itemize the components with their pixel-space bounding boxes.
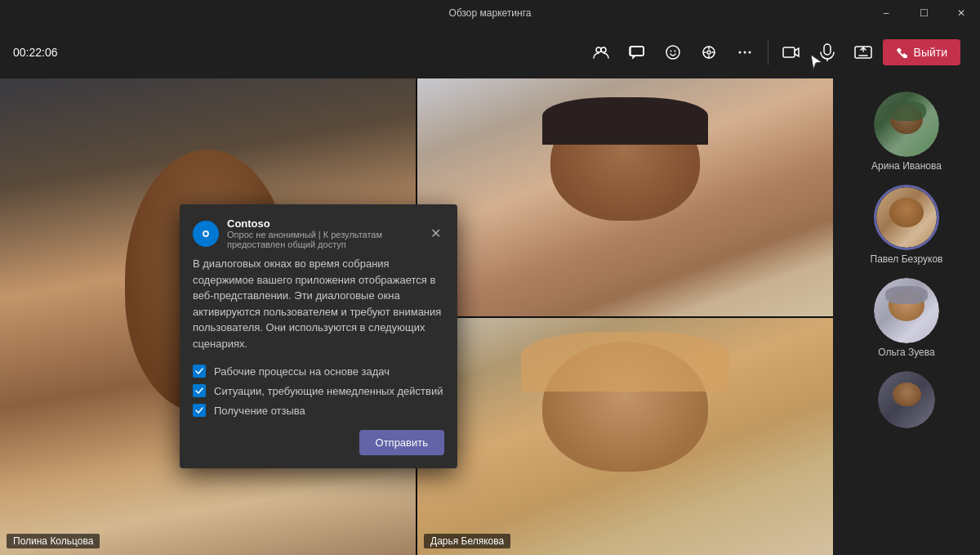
checkbox-label-1: Рабочие процессы на основе задач <box>214 365 390 378</box>
sidebar: Арина Иванова Павел Безруков Ольга Зуева <box>833 78 980 555</box>
toolbar: 00:22:06 <box>0 26 980 78</box>
dialog-app-name: Contoso <box>227 217 427 230</box>
dialog-header: Contoso Опрос не анонимный | К результат… <box>193 217 444 249</box>
participants-button[interactable] <box>585 36 617 69</box>
phone-icon <box>896 47 907 58</box>
dialog-subtitle: Опрос не анонимный | К результатам предо… <box>227 230 427 249</box>
darya-label: Дарья Белякова <box>424 534 510 548</box>
close-button[interactable]: ✕ <box>942 0 980 26</box>
svg-point-4 <box>670 51 671 52</box>
dialog-modal: Contoso Опрос не анонимный | К результат… <box>180 204 457 468</box>
reactions-icon <box>665 44 681 60</box>
svg-rect-2 <box>630 47 644 56</box>
toolbar-separator <box>768 39 768 65</box>
window-controls: – ☐ ✕ <box>867 0 980 26</box>
minimize-button[interactable]: – <box>867 0 905 26</box>
video-tile-darya: Дарья Белякова <box>417 318 833 556</box>
pavel-name: Павел Безруков <box>871 253 943 265</box>
more-button[interactable] <box>728 36 761 69</box>
leave-button[interactable]: Выйти <box>883 39 960 65</box>
svg-point-10 <box>748 51 751 54</box>
toolbar-actions: Выйти <box>585 36 960 69</box>
leave-label: Выйти <box>914 46 947 59</box>
checkbox-icon-1 <box>193 365 206 378</box>
share-screen-icon <box>854 44 872 60</box>
checkbox-label-2: Ситуации, требующие немедленных действий <box>214 385 443 397</box>
svg-rect-12 <box>824 44 831 55</box>
camera-button[interactable] <box>775 36 808 69</box>
share-screen-button[interactable] <box>847 36 880 69</box>
dialog-checkbox-list: Рабочие процессы на основе задач Ситуаци… <box>193 365 444 417</box>
pavel-avatar-container <box>874 185 939 250</box>
call-timer: 00:22:06 <box>13 46 58 59</box>
maximize-button[interactable]: ☐ <box>905 0 942 26</box>
window-title: Обзор маркетинга <box>449 7 532 19</box>
arina-avatar <box>874 92 939 157</box>
checkmark-icon <box>195 387 203 394</box>
dialog-close-button[interactable]: ✕ <box>427 222 444 244</box>
title-bar: Обзор маркетинга – ☐ ✕ <box>0 0 980 26</box>
checkbox-item-2: Ситуации, требующие немедленных действий <box>193 384 444 397</box>
dialog-body-text: В диалоговых окнах во время собрания сод… <box>193 256 444 351</box>
reactions-button[interactable] <box>657 36 689 69</box>
arina-avatar-container <box>874 92 939 157</box>
camera-icon <box>782 45 800 60</box>
svg-point-9 <box>743 51 746 54</box>
arina-name: Арина Иванова <box>871 160 942 172</box>
apps-icon <box>701 44 717 60</box>
olga-avatar-container <box>874 278 939 343</box>
more-icon <box>737 44 753 60</box>
svg-point-8 <box>738 51 741 54</box>
apps-button[interactable] <box>693 36 725 69</box>
polina-label: Полина Кольцова <box>7 534 100 548</box>
chat-icon <box>629 44 645 60</box>
olga-name: Ольга Зуева <box>878 347 934 358</box>
mic-button[interactable] <box>811 36 844 69</box>
sidebar-participant-olga: Ольга Зуева <box>833 275 980 361</box>
checkbox-icon-2 <box>193 384 206 397</box>
olga-avatar <box>874 278 939 343</box>
sidebar-participant-pavel: Павел Безруков <box>833 181 980 268</box>
checkbox-item-3: Получение отзыва <box>193 404 444 417</box>
chat-button[interactable] <box>621 36 653 69</box>
sidebar-participant-arina: Арина Иванова <box>833 88 980 175</box>
checkbox-label-3: Получение отзыва <box>214 405 305 417</box>
dialog-title-group: Contoso Опрос не анонимный | К результат… <box>227 217 427 249</box>
svg-point-5 <box>674 51 675 52</box>
checkbox-item-1: Рабочие процессы на основе задач <box>193 365 444 378</box>
svg-point-18 <box>204 232 207 235</box>
checkmark-icon <box>195 368 203 374</box>
checkmark-icon <box>195 407 203 414</box>
svg-rect-11 <box>783 47 795 57</box>
small-avatar <box>878 371 935 428</box>
pavel-avatar <box>874 185 939 250</box>
dialog-footer: Отправить <box>193 430 444 455</box>
dialog-app-icon <box>193 221 219 247</box>
participants-icon <box>593 44 609 60</box>
svg-point-7 <box>707 51 710 54</box>
mic-icon <box>820 43 835 61</box>
svg-point-3 <box>666 46 679 59</box>
checkbox-icon-3 <box>193 404 206 417</box>
submit-button[interactable]: Отправить <box>359 430 444 455</box>
sidebar-participant-small <box>833 368 980 432</box>
video-tile-man <box>417 78 833 316</box>
contoso-icon <box>198 226 214 242</box>
